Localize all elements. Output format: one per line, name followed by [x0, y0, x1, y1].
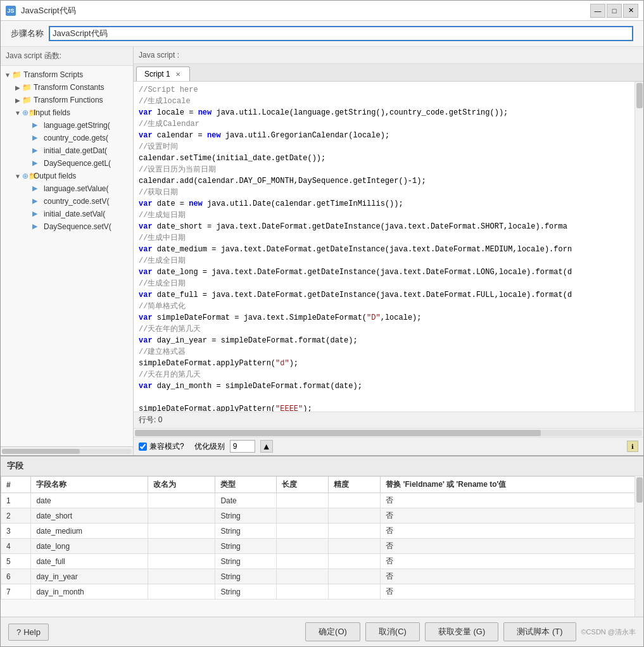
table-row[interactable]: 7 day_in_month String 否	[1, 584, 643, 600]
tree-item-daysequence[interactable]: ▶ DaySequence.getL(	[21, 157, 133, 170]
cell-type: String	[215, 539, 277, 554]
folder-icon: 📁	[12, 70, 22, 79]
cell-rename	[148, 569, 215, 584]
code-horizontal-scrollbar[interactable]	[134, 428, 643, 437]
maximize-button[interactable]: □	[607, 4, 622, 18]
out-field-icon-4: ▶	[32, 222, 42, 231]
table-row[interactable]: 2 date_short String 否	[1, 508, 643, 524]
app-icon: JS	[6, 6, 16, 16]
cell-name: date_short	[31, 508, 148, 524]
cell-length	[277, 508, 329, 524]
col-header-length: 长度	[277, 477, 329, 493]
tree-label-daysequence: DaySequence.getL(	[44, 159, 111, 168]
tree-item-initial-setval[interactable]: ▶ initial_date.setVal(	[21, 208, 133, 220]
tree-item-transform-constants[interactable]: ▶ 📁 Transform Constants	[11, 81, 133, 94]
cell-type: String	[215, 554, 277, 569]
tree-item-transform-scripts[interactable]: ▼ 📁 Transform Scripts	[1, 68, 133, 81]
step-name-input[interactable]	[49, 26, 633, 41]
col-header-num: #	[1, 477, 31, 493]
fields-header: 字段	[1, 456, 643, 476]
tree-item-language-setvalue[interactable]: ▶ language.setValue(	[21, 182, 133, 195]
fields-table: # 字段名称 改名为 类型 长度 精度 替换 'Fieldname' 或 'Re…	[1, 476, 643, 617]
folder-icon-output: ⊕📁	[22, 172, 32, 180]
get-vars-button[interactable]: 获取变量 (G)	[425, 622, 498, 641]
field-icon-4: ▶	[32, 159, 42, 168]
col-header-type: 类型	[215, 477, 277, 493]
table-row[interactable]: 6 day_in_year String 否	[1, 569, 643, 584]
tree-item-initial-date[interactable]: ▶ initial_date.getDat(	[21, 144, 133, 157]
table-row[interactable]: 3 date_medium String 否	[1, 524, 643, 539]
cell-length	[277, 539, 329, 554]
close-button[interactable]: ✕	[623, 4, 638, 18]
input-field-children: ▶ language.getString( ▶ country_code.get…	[11, 119, 133, 170]
code-editor[interactable]: //Script here//生成localevar locale = new …	[134, 82, 643, 411]
cell-rename	[148, 524, 215, 539]
arrow-icon-output: ▼	[13, 173, 22, 180]
code-area[interactable]: //Script here//生成localevar locale = new …	[134, 82, 643, 411]
folder-icon-input: ⊕📁	[22, 108, 32, 117]
cell-length	[277, 493, 329, 508]
tree-area[interactable]: ▼ 📁 Transform Scripts ▶ 📁 Transform Cons…	[1, 66, 133, 446]
window-controls: — □ ✕	[590, 4, 638, 18]
tab-close-script1[interactable]: ✕	[174, 70, 182, 78]
cell-num: 7	[1, 584, 31, 600]
compat-mode-checkbox[interactable]	[139, 443, 147, 451]
table-row[interactable]: 5 date_full String 否	[1, 554, 643, 569]
code-vertical-scrollbar[interactable]	[635, 82, 643, 411]
tab-bar: Script 1 ✕	[134, 64, 643, 82]
tree-item-country-setv[interactable]: ▶ country_code.setV(	[21, 195, 133, 208]
cancel-button[interactable]: 取消(C)	[365, 622, 420, 641]
tree-label-country-setv: country_code.setV(	[44, 197, 109, 206]
tree-item-language-getstring[interactable]: ▶ language.getString(	[21, 119, 133, 132]
fields-vertical-scrollbar[interactable]	[635, 476, 643, 617]
tree-children-scripts: ▶ 📁 Transform Constants ▶ 📁 Transform Fu…	[1, 81, 133, 233]
left-horizontal-scrollbar[interactable]	[1, 446, 133, 455]
cell-length	[277, 569, 329, 584]
table-row[interactable]: 1 date Date 否	[1, 493, 643, 508]
tree-label-transform-functions: Transform Functions	[34, 96, 103, 104]
tab-script1[interactable]: Script 1 ✕	[136, 66, 190, 81]
scroll-thumb-v[interactable]	[636, 83, 643, 108]
cell-name: date	[31, 493, 148, 508]
title-bar: JS JavaScript代码 — □ ✕	[1, 1, 643, 21]
arrow-icon-input: ▼	[13, 110, 22, 116]
cell-name: day_in_year	[31, 569, 148, 584]
cell-rename	[148, 508, 215, 524]
tab-label-script1: Script 1	[144, 70, 170, 79]
arrow-icon-functions: ▶	[13, 97, 22, 104]
tree-item-input-fields[interactable]: ▼ ⊕📁 Input fields	[11, 106, 133, 119]
arrow-icon: ▼	[3, 72, 12, 79]
optimize-input[interactable]	[230, 440, 255, 453]
tree-label-initial-date: initial_date.getDat(	[44, 146, 107, 155]
out-field-icon-3: ▶	[32, 210, 42, 218]
cell-type: String	[215, 508, 277, 524]
fields-table-inner: # 字段名称 改名为 类型 长度 精度 替换 'Fieldname' 或 'Re…	[1, 476, 643, 600]
col-header-name: 字段名称	[31, 477, 148, 493]
confirm-button[interactable]: 确定(O)	[305, 622, 360, 641]
compat-mode-label: 兼容模式?	[139, 441, 184, 452]
optimize-up-button[interactable]: ▲	[260, 440, 273, 453]
tree-label-output-fields: Output fields	[34, 172, 76, 180]
tree-item-output-fields[interactable]: ▼ ⊕📁 Output fields	[11, 170, 133, 182]
cell-num: 2	[1, 508, 31, 524]
right-panel: Java script : Script 1 ✕ //Script here//…	[134, 47, 643, 455]
cell-precision	[329, 539, 381, 554]
cell-precision	[329, 493, 381, 508]
cell-num: 4	[1, 539, 31, 554]
cell-num: 1	[1, 493, 31, 508]
test-script-button[interactable]: 测试脚本 (T)	[503, 622, 576, 641]
tree-item-transform-functions[interactable]: ▶ 📁 Transform Functions	[11, 94, 133, 106]
left-panel: Java script 函数: ▼ 📁 Transform Scripts ▶ …	[1, 47, 134, 455]
info-button[interactable]: ℹ	[627, 441, 638, 452]
line-number-label: 行号:	[139, 415, 156, 424]
table-row[interactable]: 4 date_long String 否	[1, 539, 643, 554]
minimize-button[interactable]: —	[590, 4, 605, 18]
folder-icon-constants: 📁	[22, 83, 32, 92]
tree-item-daysequence-setv[interactable]: ▶ DaySequence.setV(	[21, 220, 133, 233]
fields-scroll-thumb[interactable]	[636, 477, 643, 503]
help-button[interactable]: ? Help	[8, 624, 49, 641]
cell-num: 3	[1, 524, 31, 539]
tree-item-country-code[interactable]: ▶ country_code.gets(	[21, 132, 133, 144]
cell-type: String	[215, 584, 277, 600]
compat-mode-text: 兼容模式?	[149, 441, 184, 452]
